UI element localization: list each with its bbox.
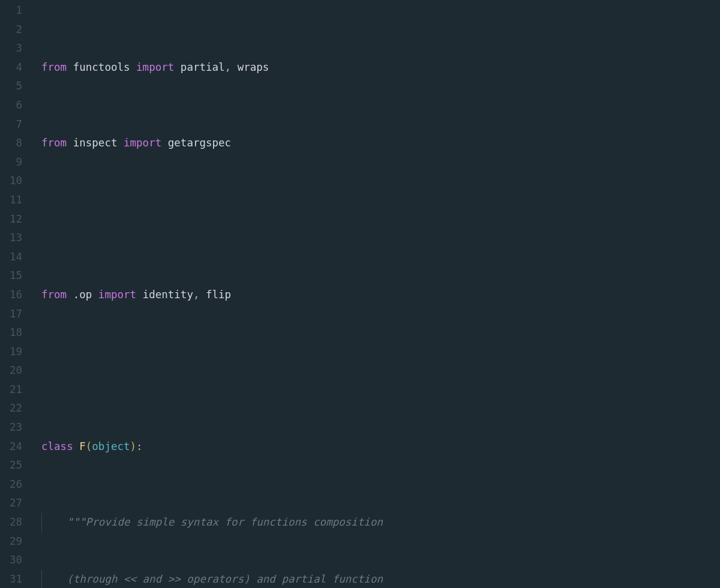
line-number: 28 [0, 513, 33, 532]
code-line[interactable] [41, 210, 720, 229]
line-number: 22 [0, 399, 33, 418]
code-line[interactable]: class F(object): [41, 437, 720, 457]
line-number: 25 [0, 456, 33, 475]
line-number: 10 [0, 172, 33, 191]
line-number: 8 [0, 134, 33, 153]
line-number: 11 [0, 191, 33, 210]
line-number: 7 [0, 115, 33, 134]
line-number: 21 [0, 380, 33, 400]
line-number: 12 [0, 210, 33, 229]
line-number: 6 [0, 96, 33, 115]
line-number: 2 [0, 20, 33, 40]
code-line[interactable] [41, 361, 720, 380]
line-number: 9 [0, 153, 33, 172]
code-editor[interactable]: 1 2 3 4 5 6 7 8 9 10 11 12 13 14 15 16 1… [0, 0, 720, 588]
line-number: 29 [0, 532, 33, 551]
line-number: 13 [0, 229, 33, 248]
line-number: 26 [0, 475, 33, 494]
line-number-gutter: 1 2 3 4 5 6 7 8 9 10 11 12 13 14 15 16 1… [0, 0, 33, 588]
code-line[interactable]: from functools import partial, wraps [41, 58, 720, 77]
line-number: 19 [0, 343, 33, 362]
line-number: 23 [0, 418, 33, 437]
code-area[interactable]: from functools import partial, wraps fro… [33, 0, 720, 588]
line-number: 16 [0, 286, 33, 305]
code-line[interactable]: """Provide simple syntax for functions c… [41, 513, 720, 532]
line-number: 5 [0, 77, 33, 96]
line-number: 18 [0, 323, 33, 343]
line-number: 31 [0, 570, 33, 588]
code-line[interactable]: (through << and >> operators) and partia… [41, 570, 720, 588]
line-number: 3 [0, 39, 33, 58]
line-number: 15 [0, 266, 33, 286]
line-number: 20 [0, 361, 33, 380]
code-line[interactable]: from inspect import getargspec [41, 134, 720, 153]
line-number: 14 [0, 248, 33, 267]
line-number: 30 [0, 551, 33, 570]
line-number: 27 [0, 494, 33, 513]
line-number: 24 [0, 437, 33, 457]
line-number: 4 [0, 58, 33, 77]
line-number: 1 [0, 1, 33, 20]
line-number: 17 [0, 305, 33, 324]
code-line[interactable]: from .op import identity, flip [41, 286, 720, 305]
